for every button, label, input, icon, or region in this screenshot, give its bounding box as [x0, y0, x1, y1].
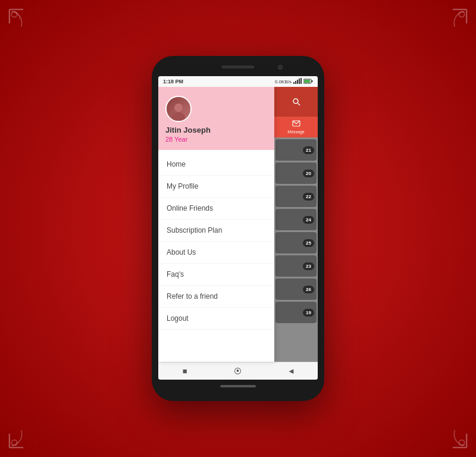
chat-badge: 23: [303, 262, 314, 270]
menu-list: HomeMy ProfileOnline FriendsSubscription…: [158, 150, 274, 362]
bottom-nav: ■ ⦿ ◄: [158, 362, 318, 380]
signal-icon: [293, 78, 302, 85]
back-button[interactable]: ◄: [283, 365, 299, 377]
svg-point-14: [174, 104, 183, 112]
chat-badge: 24: [303, 216, 314, 224]
home-button[interactable]: ⦿: [230, 365, 246, 377]
chat-item[interactable]: 26: [275, 278, 317, 300]
message-label: Message: [287, 130, 304, 134]
user-name: Jitin Joseph: [165, 126, 267, 134]
phone-frame: 1:18 PM 0.0KB/s: [152, 56, 324, 401]
chat-item[interactable]: 25: [275, 232, 317, 253]
status-right: 0.0KB/s: [275, 78, 313, 85]
message-icon: [292, 120, 300, 129]
status-bar: 1:18 PM 0.0KB/s: [158, 76, 318, 87]
svg-rect-8: [297, 80, 298, 84]
chat-list: 2120222425232619: [274, 137, 318, 362]
avatar: [165, 96, 192, 122]
menu-item-my-profile[interactable]: My Profile: [158, 176, 274, 198]
menu-item-logout[interactable]: Logout: [158, 308, 274, 330]
message-button[interactable]: Message: [274, 117, 318, 137]
user-age: 28 Year: [165, 136, 267, 143]
chat-item[interactable]: 22: [275, 186, 317, 207]
svg-rect-7: [295, 81, 296, 84]
chat-item[interactable]: 23: [275, 255, 317, 277]
network-speed: 0.0KB/s: [275, 79, 292, 84]
menu-item-online-friends[interactable]: Online Friends: [158, 198, 274, 220]
avatar-image: [167, 97, 190, 121]
right-top-icons: [274, 87, 318, 117]
menu-item-subscription-plan[interactable]: Subscription Plan: [158, 220, 274, 242]
phone-speaker: [222, 65, 255, 68]
menu-item-about-us[interactable]: About Us: [158, 242, 274, 264]
svg-rect-9: [299, 79, 300, 84]
phone-top: [155, 62, 321, 75]
chat-badge: 20: [303, 170, 314, 177]
chat-badge: 21: [303, 146, 314, 154]
screen-content: Jitin Joseph 28 Year HomeMy ProfileOnlin…: [158, 87, 318, 362]
chat-badge: 26: [303, 286, 314, 293]
menu-item-refer-friend[interactable]: Refer to a friend: [158, 286, 274, 308]
chat-item[interactable]: 19: [275, 302, 317, 323]
svg-rect-12: [312, 80, 313, 82]
phone-bottom: [220, 380, 256, 393]
svg-rect-13: [304, 80, 310, 83]
chat-badge: 22: [303, 193, 314, 201]
corner-decoration-bl: [6, 409, 48, 451]
drawer-header: Jitin Joseph 28 Year: [158, 87, 274, 150]
home-bar: [220, 385, 256, 387]
phone-screen: 1:18 PM 0.0KB/s: [158, 76, 318, 380]
stop-button[interactable]: ■: [177, 365, 193, 377]
search-icon[interactable]: [289, 95, 303, 109]
right-panel: Message 2120222425232619: [274, 87, 318, 362]
svg-line-17: [298, 104, 300, 106]
corner-decoration-tr: [428, 6, 470, 48]
battery-icon: [303, 79, 313, 85]
status-time: 1:18 PM: [163, 79, 183, 84]
svg-rect-10: [300, 78, 302, 84]
chat-badge: 19: [303, 309, 314, 317]
chat-item[interactable]: 21: [275, 139, 317, 161]
svg-point-15: [172, 112, 185, 121]
menu-item-faqs[interactable]: Faq's: [158, 264, 274, 286]
svg-point-16: [293, 99, 298, 104]
svg-rect-6: [293, 82, 295, 84]
corner-decoration-tl: [6, 6, 48, 48]
menu-item-home[interactable]: Home: [158, 154, 274, 176]
corner-decoration-br: [428, 409, 470, 451]
chat-badge: 25: [303, 239, 314, 247]
drawer-panel: Jitin Joseph 28 Year HomeMy ProfileOnlin…: [158, 87, 274, 362]
chat-item[interactable]: 24: [275, 209, 317, 230]
chat-item[interactable]: 20: [275, 162, 317, 184]
phone-camera: [278, 65, 283, 70]
